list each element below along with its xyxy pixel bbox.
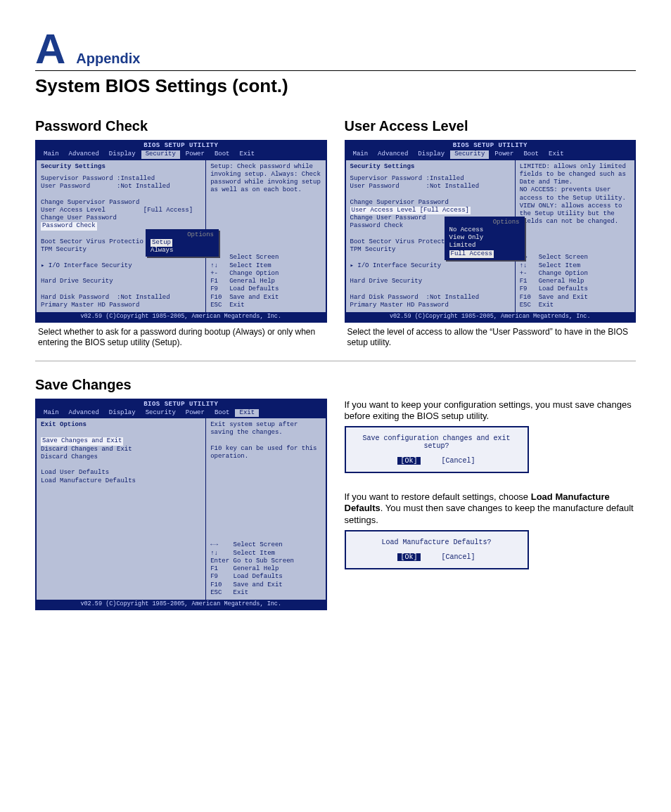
bios-key-hint: Enter Go to Sub Screen <box>210 558 321 565</box>
caption-password-check: Select whether to ask for a password dur… <box>38 327 324 348</box>
bios-key-hint: F10 Save and Exit <box>210 294 321 302</box>
bios-line: Change Supervisor Password <box>41 199 201 207</box>
bios-menu-item: Power <box>490 150 518 158</box>
bios-line: User Password :Not Installed <box>41 183 201 191</box>
bios-title: BIOS SETUP UTILITY <box>37 400 326 409</box>
appendix-letter: A <box>35 28 65 70</box>
bios-menu-item: Display <box>105 409 140 417</box>
dialog-cancel-button[interactable]: [Cancel] <box>442 553 475 561</box>
bios-line: ▸ I/O Interface Security <box>350 262 511 270</box>
bios-section-heading: Exit Options <box>41 421 201 429</box>
bios-line: Primary Master HD Password <box>41 302 201 309</box>
bios-title: BIOS SETUP UTILITY <box>346 141 635 150</box>
bios-line: Supervisor Password :Installed <box>41 175 201 183</box>
popup-option: No Access <box>449 226 520 234</box>
bios-help-text: Setup: Check password while invoking set… <box>210 163 321 195</box>
bios-line: Hard Disk Password :Not Installed <box>41 294 201 302</box>
bios-menu: MainAdvancedDisplaySecurityPowerBootExit <box>346 150 635 160</box>
popup-option: Full Access <box>449 250 520 258</box>
dialog-save-confirm: Save configuration changes and exit setu… <box>345 426 529 473</box>
bios-line: Primary Master HD Password <box>350 302 511 309</box>
dialog-cancel-button[interactable]: [Cancel] <box>442 457 475 465</box>
bios-screenshot-password-check: BIOS SETUP UTILITY MainAdvancedDisplaySe… <box>35 140 327 323</box>
bios-menu-item: Exit <box>235 150 259 158</box>
bios-key-hint: F1 General Help <box>210 278 321 285</box>
bios-footer: v02.59 (C)Copyright 1985-2005, American … <box>37 600 326 609</box>
bios-help-text: LIMITED: allows only limited fields to b… <box>520 163 630 226</box>
bios-section-heading: Security Settings <box>41 163 201 171</box>
bios-line: Load Manufacture Defaults <box>41 477 201 485</box>
dialog-load-defaults: Load Manufacture Defaults? [Ok] [Cancel] <box>345 530 529 569</box>
bios-menu-item: Security <box>450 150 489 158</box>
bios-line: Hard Disk Password :Not Installed <box>350 294 511 302</box>
popup-option: View Only <box>449 234 520 242</box>
bios-menu-item: Advanced <box>65 150 103 158</box>
bios-footer: v02.59 (C)Copyright 1985-2005, American … <box>37 312 326 321</box>
caption-user-access: Select the level of access to allow the … <box>347 327 634 348</box>
popup-title: Options <box>449 219 520 226</box>
popup-option: Always <box>151 247 214 254</box>
bios-key-hint: ESC Exit <box>520 302 630 309</box>
bios-key-hint: ↑↓ Select Item <box>210 262 321 270</box>
bios-line <box>41 191 201 198</box>
bios-key-hint: F9 Load Defaults <box>210 285 321 293</box>
bios-menu-item: Boot <box>210 150 234 158</box>
dialog-ok-button[interactable]: [Ok] <box>397 553 420 561</box>
page-title: System BIOS Settings (cont.) <box>35 75 636 97</box>
heading-password-check: Password Check <box>35 118 327 134</box>
appendix-header: A Appendix <box>35 28 636 71</box>
bios-line: Hard Drive Security <box>350 278 511 285</box>
bios-key-hint: F9 Load Defaults <box>520 285 630 293</box>
heading-save-changes: Save Changes <box>35 377 327 393</box>
bios-key-hint: +- Change Option <box>520 270 630 278</box>
bios-line <box>350 191 511 198</box>
bios-key-hint: F1 General Help <box>210 565 321 573</box>
bios-key-hint: F10 Save and Exit <box>520 294 630 302</box>
bios-key-hint: F9 Load Defaults <box>210 573 321 581</box>
bios-key-hint: ESC Exit <box>210 302 321 309</box>
bios-menu-item: Boot <box>519 150 543 158</box>
popup-option: Setup <box>151 239 214 247</box>
bios-line <box>41 270 201 278</box>
bios-menu: MainAdvancedDisplaySecurityPowerBootExit <box>37 150 326 160</box>
bios-key-hint: ↑↓ Select Item <box>520 262 630 270</box>
bios-line: Discard Changes <box>41 453 201 461</box>
bios-options-popup: Options No AccessView OnlyLimitedFull Ac… <box>445 217 525 260</box>
bios-key-hint: F10 Save and Exit <box>210 581 321 589</box>
bios-section-heading: Security Settings <box>350 163 511 171</box>
bios-key-hint: ←→ Select Screen <box>210 254 321 262</box>
divider <box>35 361 636 361</box>
bios-line: Hard Drive Security <box>41 278 201 285</box>
bios-selected-item: Save Changes and Exit <box>41 437 123 445</box>
bios-key-hint: ESC Exit <box>210 589 321 597</box>
bios-line: Load User Defaults <box>41 469 201 477</box>
bios-screenshot-save-changes: BIOS SETUP UTILITY MainAdvancedDisplaySe… <box>35 399 327 610</box>
heading-user-access: User Access Level <box>345 118 637 134</box>
popup-title: Options <box>151 231 214 239</box>
bios-options-popup: Options SetupAlways <box>146 229 219 257</box>
bios-line: Change Supervisor Password <box>350 199 511 207</box>
dialog-ok-button[interactable]: [Ok] <box>397 457 420 465</box>
bios-menu: MainAdvancedDisplaySecurityPowerBootExit <box>37 409 326 418</box>
bios-line: User Access Level [Full Access] <box>41 207 201 214</box>
bios-title: BIOS SETUP UTILITY <box>37 141 326 150</box>
bios-menu-item: Boot <box>210 409 234 417</box>
bios-key-hint: F1 General Help <box>520 278 630 285</box>
bios-line: Supervisor Password :Installed <box>350 175 511 183</box>
bios-menu-item: Security <box>141 409 180 417</box>
bios-screenshot-user-access: BIOS SETUP UTILITY MainAdvancedDisplaySe… <box>345 140 637 323</box>
bios-keys: ←→ Select Screen↑↓ Select Item+- Change … <box>520 254 630 309</box>
bios-key-hint: ←→ Select Screen <box>520 254 630 262</box>
bios-menu-item: Exit <box>235 409 259 417</box>
bios-menu-item: Main <box>349 150 373 158</box>
dialog-message: Load Manufacture Defaults? <box>356 539 518 546</box>
bios-menu-item: Advanced <box>65 409 103 417</box>
bios-footer: v02.59 (C)Copyright 1985-2005, American … <box>346 312 635 321</box>
bios-line: User Password :Not Installed <box>350 183 511 191</box>
bios-help-text: Exit system setup after saving the chang… <box>210 421 321 460</box>
para2-pre: If you want to restore default settings,… <box>345 491 531 502</box>
bios-line: Change User Password <box>41 214 201 222</box>
bios-key-hint: +- Change Option <box>210 270 321 278</box>
popup-option: Limited <box>449 242 520 250</box>
bios-menu-item: Security <box>141 150 180 158</box>
